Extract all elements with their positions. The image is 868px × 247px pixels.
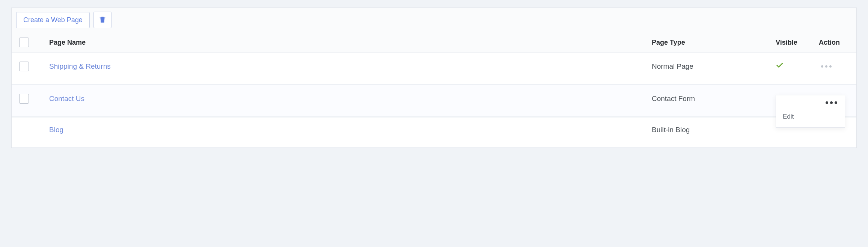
column-header-action: Action xyxy=(819,39,849,47)
checkmark-icon xyxy=(776,63,784,71)
menu-item-edit[interactable]: Edit xyxy=(776,108,845,127)
page-type: Contact Form xyxy=(652,95,695,102)
table-row: Shipping & Returns Normal Page xyxy=(12,53,856,85)
toolbar: Create a Web Page xyxy=(12,8,856,32)
table-header: Page Name Page Type Visible Action xyxy=(12,32,856,53)
page-type: Built-in Blog xyxy=(652,126,690,134)
dots-icon xyxy=(826,101,828,104)
select-all-checkbox[interactable] xyxy=(19,38,29,47)
trash-icon xyxy=(98,15,107,25)
table-row: Blog Built-in Blog xyxy=(12,117,856,148)
delete-button[interactable] xyxy=(93,12,112,28)
row-checkbox[interactable] xyxy=(19,94,29,104)
column-header-visible: Visible xyxy=(776,39,819,47)
column-header-type: Page Type xyxy=(652,39,776,47)
create-web-page-button[interactable]: Create a Web Page xyxy=(16,12,90,28)
table-row: Contact Us Contact Form Edit xyxy=(12,85,856,117)
column-header-name: Page Name xyxy=(49,39,652,47)
page-name-link[interactable]: Blog xyxy=(49,126,63,134)
pages-panel: Create a Web Page Page Name Page Type Vi… xyxy=(11,8,857,148)
row-actions-menu: Edit xyxy=(776,95,845,128)
row-actions-button[interactable] xyxy=(776,95,845,108)
dots-icon xyxy=(821,65,823,68)
row-checkbox[interactable] xyxy=(19,62,29,71)
page-name-link[interactable]: Shipping & Returns xyxy=(49,62,111,70)
page-name-link[interactable]: Contact Us xyxy=(49,95,84,102)
row-actions-button[interactable] xyxy=(819,63,834,70)
page-type: Normal Page xyxy=(652,62,693,70)
